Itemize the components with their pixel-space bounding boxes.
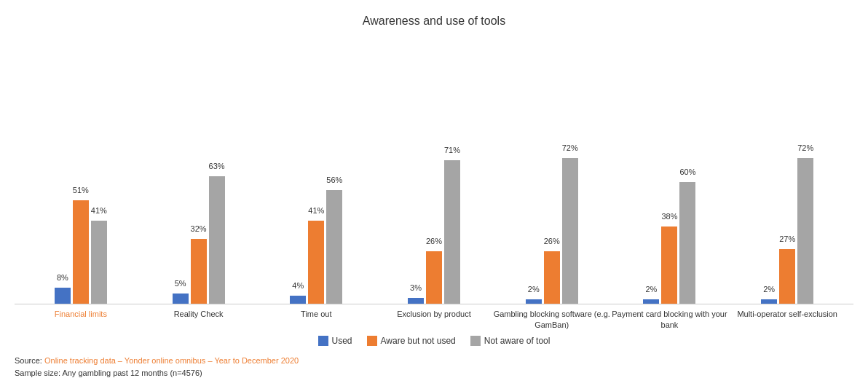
chart-title: Awareness and use of tools	[15, 15, 853, 28]
bar-used	[408, 298, 424, 304]
bar-used-label: 3%	[410, 283, 422, 292]
legend-used-box	[318, 336, 328, 346]
bar-used-label: 8%	[57, 273, 68, 282]
bar-group: 2%27%72%	[728, 158, 846, 304]
bar-aware-label: 32%	[191, 224, 207, 233]
bar-notaware-label: 63%	[209, 162, 225, 170]
bar-aware-label: 51%	[73, 186, 89, 194]
bar-aware-label: 41%	[308, 206, 324, 215]
bar-used-wrap: 8%	[55, 288, 71, 304]
bar-aware-wrap: 38%	[661, 227, 677, 304]
bar-used-label: 4%	[292, 281, 304, 290]
bar-notaware-label: 56%	[326, 176, 342, 184]
source-prefix: Source:	[15, 356, 44, 365]
bar-notaware-wrap: 41%	[91, 221, 107, 304]
bar-notaware-label: 72%	[797, 143, 813, 152]
bar-aware-label: 26%	[544, 237, 560, 245]
bar-aware	[73, 200, 89, 304]
legend-used-label: Used	[332, 336, 352, 346]
bar-used-label: 5%	[175, 279, 186, 288]
bar-notaware	[562, 158, 578, 304]
source-text: Source: Online tracking data – Yonder on…	[15, 355, 853, 379]
bar-used	[55, 288, 71, 304]
legend-aware-box	[367, 336, 377, 346]
bar-used	[173, 294, 189, 304]
bar-notaware-wrap: 63%	[209, 176, 225, 304]
source-link: Online tracking data – Yonder online omn…	[44, 356, 299, 365]
bar-used-label: 2%	[528, 285, 540, 294]
bar-notaware-wrap: 60%	[679, 182, 695, 304]
bar-aware-wrap: 27%	[779, 249, 795, 304]
bar-notaware-wrap: 56%	[326, 190, 342, 304]
bar-notaware-label: 60%	[679, 168, 695, 176]
bar-used-wrap: 2%	[643, 299, 659, 304]
legend-notaware-label: Not aware of tool	[484, 336, 551, 346]
bar-aware-wrap: 26%	[426, 251, 442, 304]
bar-notaware	[679, 182, 695, 304]
bar-aware-label: 38%	[661, 212, 677, 221]
bar-notaware	[797, 158, 813, 304]
x-label: Reality Check	[140, 304, 258, 330]
bar-used-label: 2%	[763, 285, 775, 294]
source-sample: Sample size: Any gambling past 12 months…	[15, 369, 202, 377]
bar-notaware	[209, 176, 225, 304]
bar-notaware-label: 72%	[562, 143, 578, 152]
chart-area: 8%51%41%5%32%63%4%41%56%3%26%71%2%26%72%…	[15, 42, 853, 330]
bar-used-wrap: 5%	[173, 294, 189, 304]
bar-aware-wrap: 32%	[191, 239, 207, 304]
bar-aware	[661, 227, 677, 304]
x-label: Time out	[257, 304, 375, 330]
chart-container: Awareness and use of tools 8%51%41%5%32%…	[0, 0, 868, 386]
x-label: Payment card blocking with your bank	[611, 304, 729, 330]
bar-used-label: 2%	[646, 285, 658, 294]
bar-group: 2%26%72%	[493, 158, 611, 304]
bar-notaware	[91, 221, 107, 304]
legend-used: Used	[318, 336, 352, 346]
legend-notaware: Not aware of tool	[470, 336, 551, 346]
bar-used-wrap: 2%	[526, 299, 542, 304]
bar-used-wrap: 3%	[408, 298, 424, 304]
bar-notaware-label: 41%	[91, 206, 107, 215]
x-label: Gambling blocking software (e.g. GamBan)	[493, 304, 611, 330]
bar-aware	[191, 239, 207, 304]
x-label: Multi-operator self-exclusion	[728, 304, 846, 330]
legend-notaware-box	[470, 336, 481, 346]
bar-notaware-wrap: 72%	[562, 158, 578, 304]
x-labels: Financial limitsReality CheckTime outExc…	[15, 304, 853, 330]
bar-used	[761, 299, 777, 304]
legend: Used Aware but not used Not aware of too…	[15, 336, 853, 346]
bar-aware	[426, 251, 442, 304]
bar-aware	[544, 251, 560, 304]
bar-aware-wrap: 41%	[308, 221, 324, 304]
bar-aware-label: 26%	[426, 237, 442, 245]
bar-notaware-wrap: 72%	[797, 158, 813, 304]
bar-used	[643, 299, 659, 304]
x-label: Exclusion by product	[375, 304, 493, 330]
x-label: Financial limits	[22, 304, 140, 330]
legend-aware: Aware but not used	[367, 336, 456, 346]
bar-aware	[308, 221, 324, 304]
bar-group: 4%41%56%	[257, 190, 375, 304]
bar-group: 3%26%71%	[375, 160, 493, 304]
bar-notaware	[326, 190, 342, 304]
bar-notaware	[444, 160, 460, 304]
legend-aware-label: Aware but not used	[381, 336, 456, 346]
bars-section: 8%51%41%5%32%63%4%41%56%3%26%71%2%26%72%…	[15, 42, 853, 304]
bar-notaware-label: 71%	[444, 146, 460, 154]
bar-aware-label: 27%	[779, 235, 795, 243]
bar-group: 8%51%41%	[22, 200, 140, 304]
bar-notaware-wrap: 71%	[444, 160, 460, 304]
bar-aware-wrap: 51%	[73, 200, 89, 304]
bar-aware	[779, 249, 795, 304]
bar-group: 5%32%63%	[140, 176, 258, 304]
bar-aware-wrap: 26%	[544, 251, 560, 304]
bar-used-wrap: 2%	[761, 299, 777, 304]
bar-used	[526, 299, 542, 304]
bar-group: 2%38%60%	[611, 182, 729, 304]
bar-used-wrap: 4%	[290, 296, 306, 304]
bar-used	[290, 296, 306, 304]
